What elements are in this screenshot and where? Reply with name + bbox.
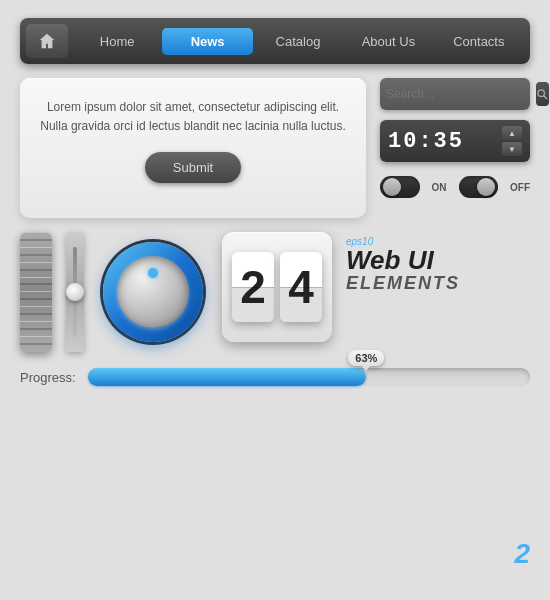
nav-item-about[interactable]: About Us	[343, 28, 433, 55]
right-panel: 10:35 ▲ ▼ ON OFF	[380, 78, 530, 218]
knob-indicator	[148, 268, 158, 278]
toggles-row: ON OFF	[380, 172, 530, 202]
slider-line	[20, 328, 52, 330]
nav-item-contacts[interactable]: Contacts	[434, 28, 524, 55]
brand-area: eps10 Web UI ELEMENTS	[346, 236, 460, 294]
time-display: 10:35 ▲ ▼	[380, 120, 530, 162]
time-value: 10:35	[388, 129, 502, 154]
progress-badge: 63%	[348, 350, 384, 366]
toggle-off-label: OFF	[510, 182, 530, 193]
slider-line	[20, 254, 52, 256]
svg-point-0	[538, 89, 545, 96]
time-up-button[interactable]: ▲	[502, 126, 522, 140]
home-icon	[38, 32, 56, 50]
nav-item-news[interactable]: News	[162, 28, 252, 55]
slider-line-bright	[20, 247, 52, 248]
brand-elements: ELEMENTS	[346, 273, 460, 294]
progress-fill	[88, 368, 367, 386]
search-input[interactable]	[386, 87, 536, 101]
knob-container	[98, 232, 208, 352]
vertical-slider-large[interactable]	[20, 232, 52, 352]
slider-line-bright	[20, 321, 52, 322]
slider-track	[73, 247, 77, 337]
slider-line-bright	[20, 291, 52, 292]
progress-track: 63%	[88, 368, 530, 386]
flip-digit-2: 4	[280, 252, 322, 322]
brand-web: Web UI	[346, 245, 434, 275]
brand-title: Web UI	[346, 247, 434, 273]
search-icon	[536, 88, 549, 101]
card-body-text: Lorem ipsum dolor sit amet, consectetur …	[38, 98, 348, 136]
vertical-slider-small[interactable]	[66, 232, 84, 352]
content-card: Lorem ipsum dolor sit amet, consectetur …	[20, 78, 366, 218]
slider-line	[20, 343, 52, 345]
slider-line	[20, 239, 52, 241]
flip-clock: 2 4	[222, 232, 332, 342]
slider-groove	[20, 232, 52, 352]
time-down-button[interactable]: ▼	[502, 142, 522, 156]
toggle-off[interactable]	[459, 176, 499, 198]
submit-button[interactable]: Submit	[145, 152, 241, 183]
search-box	[380, 78, 530, 110]
slider-line	[20, 283, 52, 285]
toggle-on[interactable]	[380, 176, 420, 198]
slider-line	[20, 298, 52, 300]
toggle-on-label: ON	[432, 182, 447, 193]
progress-label: Progress:	[20, 370, 76, 385]
slider-line	[20, 269, 52, 271]
knob-inner	[117, 256, 189, 328]
slider-line-bright	[20, 336, 52, 337]
search-button[interactable]	[536, 82, 549, 106]
time-controls: ▲ ▼	[502, 126, 522, 156]
main-content-area: Lorem ipsum dolor sit amet, consectetur …	[20, 78, 530, 218]
home-icon-button[interactable]	[26, 24, 68, 58]
slider-line-bright	[20, 306, 52, 307]
slider-line-bright	[20, 262, 52, 263]
slider-line-bright	[20, 277, 52, 278]
flip-digit-1: 2	[232, 252, 274, 322]
navigation-bar: Home News Catalog About Us Contacts	[20, 18, 530, 64]
svg-line-1	[544, 95, 547, 98]
toggle-on-knob	[383, 178, 401, 196]
bottom-row: 2 4 eps10 Web UI ELEMENTS	[20, 232, 530, 352]
brand-part: 2	[514, 538, 530, 570]
nav-item-home[interactable]: Home	[72, 28, 162, 55]
nav-item-catalog[interactable]: Catalog	[253, 28, 343, 55]
slider-line	[20, 313, 52, 315]
knob[interactable]	[103, 242, 203, 342]
slider-thumb	[66, 283, 84, 301]
progress-section: Progress: 63%	[20, 368, 530, 386]
toggle-off-knob	[477, 178, 495, 196]
